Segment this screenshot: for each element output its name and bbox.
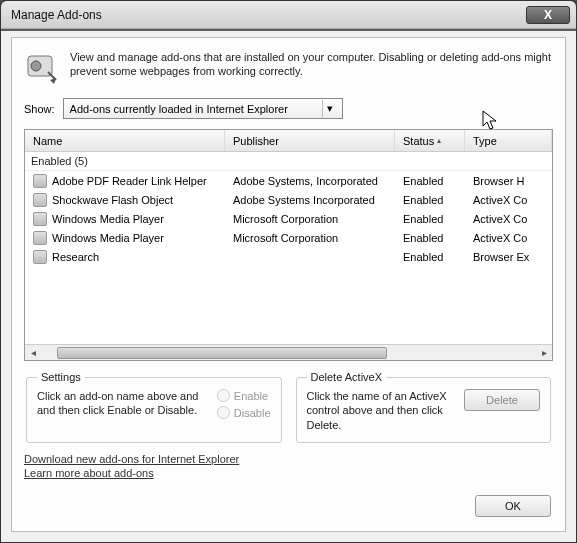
dialog-content: View and manage add-ons that are install… — [11, 37, 566, 532]
table-row[interactable]: Adobe PDF Reader Link Helper Adobe Syste… — [25, 171, 552, 190]
enable-radio-input[interactable] — [217, 389, 230, 402]
settings-panel: Settings Click an add-on name above and … — [26, 371, 282, 443]
table-row[interactable]: Windows Media Player Microsoft Corporati… — [25, 228, 552, 247]
chevron-down-icon: ▾ — [322, 100, 338, 117]
enable-radio[interactable]: Enable — [217, 389, 271, 402]
download-addons-link[interactable]: Download new add-ons for Internet Explor… — [24, 453, 553, 465]
disable-radio[interactable]: Disable — [217, 406, 271, 419]
sort-ascending-icon: ▴ — [437, 136, 441, 145]
table-header: Name Publisher Status▴ Type — [25, 130, 552, 152]
scroll-right-icon[interactable]: ▸ — [536, 347, 552, 358]
intro-text: View and manage add-ons that are install… — [70, 50, 553, 86]
addon-icon — [33, 212, 47, 226]
show-dropdown-value: Add-ons currently loaded in Internet Exp… — [70, 103, 322, 115]
scroll-left-icon[interactable]: ◂ — [25, 347, 41, 358]
titlebar[interactable]: Manage Add-ons X — [1, 1, 576, 29]
addon-icon — [33, 231, 47, 245]
show-label: Show: — [24, 103, 55, 115]
table-row[interactable]: Research Enabled Browser Ex — [25, 247, 552, 266]
close-button[interactable]: X — [526, 6, 570, 24]
table-row[interactable]: Shockwave Flash Object Adobe Systems Inc… — [25, 190, 552, 209]
delete-button[interactable]: Delete — [464, 389, 540, 411]
settings-text: Click an add-on name above and and then … — [37, 389, 205, 418]
window-title: Manage Add-ons — [11, 8, 526, 22]
column-name[interactable]: Name — [25, 130, 225, 151]
addons-icon — [24, 50, 60, 86]
show-dropdown[interactable]: Add-ons currently loaded in Internet Exp… — [63, 98, 343, 119]
delete-activex-panel: Delete ActiveX Click the name of an Acti… — [296, 371, 552, 443]
manage-addons-window: Manage Add-ons X View and manage add-ons… — [0, 0, 577, 543]
delete-text: Click the name of an ActiveX control abo… — [307, 389, 453, 432]
svg-point-1 — [31, 61, 41, 71]
addon-icon — [33, 250, 47, 264]
horizontal-scrollbar[interactable]: ◂ ▸ — [25, 344, 552, 360]
learn-more-link[interactable]: Learn more about add-ons — [24, 467, 553, 479]
table-row[interactable]: Windows Media Player Microsoft Corporati… — [25, 209, 552, 228]
column-type[interactable]: Type — [465, 130, 552, 151]
close-icon: X — [544, 8, 552, 22]
delete-legend: Delete ActiveX — [307, 371, 387, 383]
addon-icon — [33, 193, 47, 207]
footer-links: Download new add-ons for Internet Explor… — [24, 453, 553, 479]
column-publisher[interactable]: Publisher — [225, 130, 395, 151]
show-row: Show: Add-ons currently loaded in Intern… — [24, 98, 553, 119]
addon-icon — [33, 174, 47, 188]
column-status[interactable]: Status▴ — [395, 130, 465, 151]
intro: View and manage add-ons that are install… — [24, 50, 553, 86]
disable-radio-input[interactable] — [217, 406, 230, 419]
group-enabled: Enabled (5) — [25, 152, 552, 171]
ok-button[interactable]: OK — [475, 495, 551, 517]
scroll-thumb[interactable] — [57, 347, 387, 359]
settings-legend: Settings — [37, 371, 85, 383]
addons-table: Name Publisher Status▴ Type Enabled (5) … — [24, 129, 553, 361]
lower-panels: Settings Click an add-on name above and … — [24, 371, 553, 443]
